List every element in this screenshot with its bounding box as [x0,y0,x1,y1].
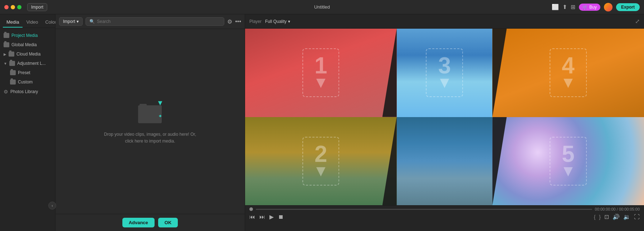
time-display: 00:00:00:00 / 00:00:05:00 [595,207,640,211]
player-label: Player [249,19,262,24]
cell-arrow-3: ▼ [437,73,453,91]
playback-controls: 00:00:00:00 / 00:00:05:00 ⏮ ⏭ ▶ ⏹ { } ⊡ … [245,205,644,231]
dashed-border-2: 2 ▼ [302,137,340,186]
buy-button[interactable]: 🛒 Buy [579,4,600,11]
cart-icon: 🛒 [582,5,588,10]
title-bar-right: ⬜ ⬆ ⊞ 🛒 Buy Export [552,3,640,11]
cell-content-1: 1 ▼ [302,48,340,97]
grid-icon[interactable]: ⊞ [571,4,575,10]
cell-content-4: 4 ▼ [550,48,587,97]
more-icon[interactable]: ••• [235,18,241,25]
drop-icon: ▼ ✦ [136,98,165,127]
video-cell-3: 3 ▼ [397,29,493,117]
bottom-buttons: Advance OK [55,214,245,231]
preview-panel: Player Full Quality ▾ ⤢ 1 ▼ [245,14,644,231]
folder-icon [4,42,9,47]
folder-icon [10,70,16,75]
controls-left: ⏮ ⏭ ▶ ⏹ [249,213,284,220]
chevron-right-icon: ▶ [4,52,6,56]
cell-content-3: 3 ▼ [426,48,463,97]
advance-button[interactable]: Advance [122,218,155,227]
quality-select[interactable]: Full Quality ▾ [265,19,290,24]
expand-icon[interactable]: ⤢ [635,18,640,25]
drop-zone-text: Drop your video clips, images, or audio … [104,131,196,145]
chevron-down-icon: ▾ [288,19,290,24]
window-title: Untitled [314,4,330,10]
cell-arrow-2: ▼ [313,162,329,180]
dashed-border-3: 3 ▼ [426,48,463,97]
video-cell-1: 1 ▼ [245,29,397,117]
sidebar-item-custom[interactable]: Custom [0,77,55,87]
sidebar-item-adjustment-library[interactable]: ▼ Adjustment L... [0,59,55,68]
controls-row: ⏮ ⏭ ▶ ⏹ { } ⊡ 🔊 🔉 ⛶ [249,213,640,220]
close-button[interactable] [4,5,9,9]
stop-button[interactable]: ⏹ [278,214,284,220]
play-button[interactable]: ▶ [269,213,274,220]
folder-icon [10,80,16,85]
cell-arrow-5: ▼ [560,162,576,180]
cell-arrow-1: ▼ [313,73,329,91]
chevron-down-icon: ▼ [4,62,7,66]
dashed-border-5: 5 ▼ [550,137,587,186]
fullscreen-icon[interactable]: ⛶ [634,214,640,220]
dropdown-icon: ▾ [77,19,79,24]
title-bar: Import Untitled ⬜ ⬆ ⊞ 🛒 Buy Export [0,0,644,14]
gear-icon: ⚙ [4,89,8,95]
search-icon: 🔍 [89,19,95,24]
cell-content-2: 2 ▼ [302,137,340,186]
sidebar-tree: Project Media Global Media ▶ Cloud Media… [0,28,55,220]
cell-content-5: 5 ▼ [550,137,587,186]
content-toolbar: Import ▾ 🔍 ⚙ ••• [55,14,245,29]
progress-bar[interactable] [256,209,592,210]
drop-zone[interactable]: ▼ ✦ Drop your video clips, images, or au… [55,29,245,214]
progress-handle[interactable] [249,207,253,211]
preview-header: Player Full Quality ▾ ⤢ [245,14,644,29]
folder-icon [9,52,14,57]
progress-bar-container: 00:00:00:00 / 00:00:05:00 [249,207,640,211]
video-cell-5: 5 ▼ [492,117,644,206]
tab-bar: Media Video Color [0,14,55,28]
video-cell-4: 4 ▼ [492,29,644,117]
tab-media[interactable]: Media [3,17,23,28]
skip-back-button[interactable]: ⏮ [249,214,255,220]
sidebar-collapse-button[interactable]: ‹ [48,202,56,210]
cell-arrow-4: ▼ [560,73,576,91]
minimize-button[interactable] [11,5,15,9]
search-input[interactable] [97,19,220,24]
content-panel: Import ▾ 🔍 ⚙ ••• ▼ ✦ Drop your video cli… [55,14,245,231]
monitor-icon[interactable]: ⬜ [552,4,559,10]
traffic-lights [4,5,21,9]
tab-video[interactable]: Video [23,17,42,28]
dashed-border-1: 1 ▼ [302,48,340,97]
video-cell-sea [397,117,493,206]
import-button[interactable]: Import ▾ [59,17,83,26]
cloud-icon[interactable]: ⬆ [562,4,567,10]
dashed-border-4: 4 ▼ [550,48,587,97]
sidebar-item-cloud-media[interactable]: ▶ Cloud Media [0,49,55,59]
title-bar-import-button[interactable]: Import [27,3,47,11]
sidebar-item-project-media[interactable]: Project Media [0,31,55,40]
sidebar-item-photos-library[interactable]: ⚙ Photos Library [0,87,55,97]
ok-button[interactable]: OK [158,218,178,227]
search-box[interactable]: 🔍 [86,17,224,26]
audio-icon[interactable]: 🔊 [613,213,620,220]
step-forward-button[interactable]: ⏭ [259,214,265,220]
main-layout: Media Video Color Project Media Global M… [0,14,644,231]
sidebar: Media Video Color Project Media Global M… [0,14,55,231]
video-grid: 1 ▼ 3 ▼ [245,29,644,205]
export-button[interactable]: Export [616,3,640,11]
volume-icon[interactable]: 🔉 [623,213,630,220]
sidebar-item-global-media[interactable]: Global Media [0,40,55,49]
folder-icon [4,33,9,38]
controls-right: { } ⊡ 🔊 🔉 ⛶ [594,213,640,220]
fit-icon[interactable]: ⊡ [604,213,609,220]
sidebar-item-preset[interactable]: Preset [0,68,55,77]
filter-icon[interactable]: ⚙ [227,18,232,25]
folder-icon [9,61,15,66]
maximize-button[interactable] [17,5,21,9]
avatar[interactable] [604,3,613,11]
video-cell-2: 2 ▼ [245,117,397,206]
out-point-icon[interactable]: } [599,214,601,220]
in-point-icon[interactable]: { [594,214,596,220]
